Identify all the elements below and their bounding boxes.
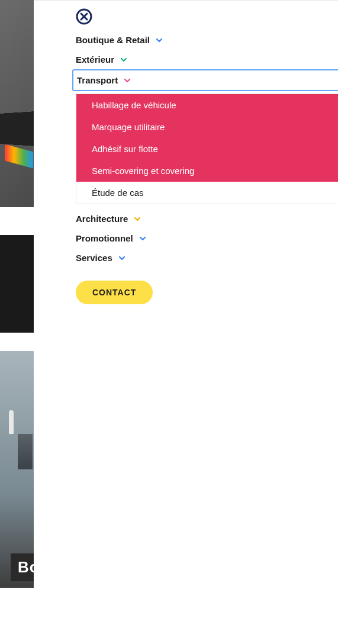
menu-item-architecture[interactable]: Architecture [76, 209, 338, 228]
bg-printer-graphic [0, 107, 34, 207]
menu-item-boutique-retail[interactable]: Boutique & Retail [76, 30, 338, 50]
bg-hero [0, 0, 34, 207]
menu-item-label: Boutique & Retail [76, 35, 150, 45]
close-icon[interactable] [76, 8, 92, 25]
background-strip: Bo [0, 0, 34, 644]
mobile-nav-panel: Boutique & Retail Extérieur Transport Ha… [34, 0, 338, 644]
menu-item-label: Promotionnel [76, 233, 133, 243]
bg-gap [0, 207, 34, 235]
menu-item-exterieur[interactable]: Extérieur [76, 50, 338, 69]
menu-item-services[interactable]: Services [76, 248, 338, 268]
submenu-item-covering[interactable]: Semi-covering et covering [76, 160, 338, 182]
bg-bottom [0, 588, 34, 644]
contact-button[interactable]: CONTACT [76, 281, 153, 304]
chevron-down-icon [118, 255, 125, 262]
menu-item-label: Extérieur [76, 54, 114, 65]
submenu-item-habillage[interactable]: Habillage de véhicule [76, 94, 338, 116]
chevron-down-icon [139, 235, 146, 242]
menu-item-label: Transport [77, 75, 118, 85]
submenu-item-etude[interactable]: Étude de cas [76, 182, 338, 204]
chevron-down-icon [124, 77, 131, 84]
submenu-item-marquage[interactable]: Marquage utilitaire [76, 116, 338, 138]
menu-item-transport[interactable]: Transport [72, 69, 338, 91]
bg-dark-band [0, 235, 34, 333]
submenu-highlight-group: Habillage de véhicule Marquage utilitair… [76, 94, 338, 182]
nav-menu: Boutique & Retail Extérieur Transport Ha… [76, 30, 338, 304]
submenu-item-adhesif[interactable]: Adhésif sur flotte [76, 138, 338, 160]
bg-gap2 [0, 333, 34, 351]
menu-item-label: Services [76, 253, 112, 263]
chevron-down-icon [134, 215, 141, 223]
menu-item-promotionnel[interactable]: Promotionnel [76, 228, 338, 248]
submenu-transport: Habillage de véhicule Marquage utilitair… [76, 94, 338, 204]
bg-boutique-photo [0, 351, 34, 588]
chevron-down-icon [120, 56, 127, 63]
chevron-down-icon [156, 37, 163, 44]
menu-item-label: Architecture [76, 214, 128, 224]
